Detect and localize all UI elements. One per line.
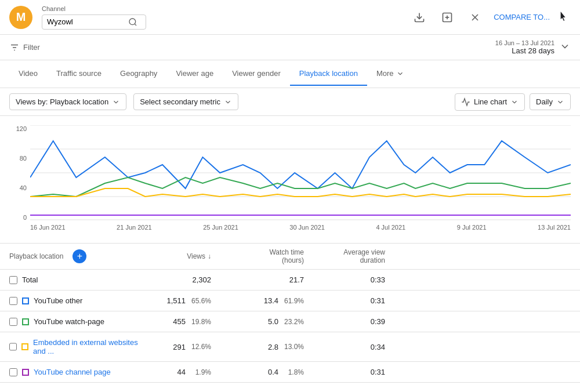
x-label-2: 25 Jun 2021 — [203, 224, 238, 231]
total-views: 2,302 — [151, 270, 220, 291]
tab-viewer-gender[interactable]: Viewer gender — [223, 62, 290, 86]
x-label-6: 13 Jul 2021 — [538, 224, 571, 231]
primary-metric-chevron — [112, 98, 120, 106]
yt-watch-watch-time: 5.0 23.2% — [220, 311, 313, 332]
yt-other-empty — [394, 291, 580, 311]
data-table: Playback location + Views ↓ Watch time(h… — [0, 244, 580, 383]
tab-video[interactable]: Video — [9, 62, 47, 86]
total-watch-time: 21.7 — [220, 270, 313, 291]
color-indicator-blue — [22, 297, 29, 304]
yt-watch-empty — [394, 311, 580, 332]
y-label-0: 0 — [23, 214, 27, 221]
yt-channel-avg: 0:31 — [313, 362, 394, 383]
svg-line-1 — [135, 24, 136, 26]
embedded-views: 291 12.6% — [151, 332, 220, 362]
tab-geography[interactable]: Geography — [111, 62, 166, 86]
table-row: YouTube other 1,511 65.6% 13.4 61.9% 0:3… — [0, 291, 580, 311]
download-button[interactable] — [410, 8, 429, 27]
x-axis: 16 Jun 2021 21 Jun 2021 25 Jun 2021 30 J… — [30, 224, 571, 231]
color-indicator-green — [22, 318, 29, 325]
channel-search-input[interactable] — [47, 17, 128, 26]
col-header-location: Playback location + — [0, 244, 151, 270]
tabs-bar: Video Traffic source Geography Viewer ag… — [0, 60, 580, 88]
row-label-yt-watch: YouTube watch-page — [0, 311, 151, 332]
x-label-5: 9 Jul 2021 — [457, 224, 487, 231]
header: M Channel COMPARE TO... — [0, 0, 580, 35]
controls-bar: Views by: Playback location Select secon… — [0, 88, 580, 116]
primary-metric-dropdown[interactable]: Views by: Playback location — [9, 93, 126, 110]
tab-viewer-age[interactable]: Viewer age — [166, 62, 223, 86]
flag-button[interactable] — [438, 8, 456, 27]
date-section: 16 Jun – 13 Jul 2021 Last 28 days — [495, 39, 571, 55]
total-label: Total — [0, 270, 151, 291]
compare-to-button[interactable]: COMPARE TO... — [494, 13, 550, 21]
tab-traffic-source[interactable]: Traffic source — [47, 62, 111, 86]
total-checkbox[interactable] — [9, 276, 17, 284]
yt-channel-empty — [394, 362, 580, 383]
yt-other-views: 1,511 65.6% — [151, 291, 220, 311]
x-label-4: 4 Jul 2021 — [376, 224, 405, 231]
date-range: 16 Jun – 13 Jul 2021 — [495, 39, 554, 46]
views-col-label: Views — [187, 252, 205, 260]
filter-control[interactable]: Filter — [9, 42, 40, 53]
channel-search-box — [42, 14, 146, 30]
line-chart-icon — [461, 97, 470, 107]
total-row: Total 2,302 21.7 0:33 — [0, 270, 580, 291]
sort-arrow: ↓ — [208, 252, 211, 260]
yt-other-label: YouTube other — [34, 296, 82, 305]
chart-svg — [30, 125, 571, 221]
date-dropdown-icon[interactable] — [559, 41, 571, 54]
total-row-label: Total — [22, 275, 38, 284]
y-label-120: 120 — [16, 125, 27, 132]
secondary-metric-chevron — [224, 98, 232, 106]
yt-channel-watch-time: 0.4 1.8% — [220, 362, 313, 383]
embedded-avg: 0:34 — [313, 332, 394, 362]
yt-channel-link[interactable]: YouTube channel page — [34, 368, 111, 376]
filter-bar: Filter 16 Jun – 13 Jul 2021 Last 28 days — [0, 35, 580, 60]
search-icon — [128, 17, 137, 27]
total-empty — [394, 270, 580, 291]
yt-other-checkbox[interactable] — [9, 297, 17, 305]
row-label-yt-other: YouTube other — [0, 291, 151, 311]
embedded-watch-time: 2.8 13.0% — [220, 332, 313, 362]
y-label-80: 80 — [20, 155, 27, 162]
row-label-embedded: Embedded in external websites and ... — [0, 332, 151, 362]
x-label-0: 16 Jun 2021 — [30, 224, 66, 231]
col-header-watch-time: Watch time(hours) — [220, 244, 313, 270]
color-indicator-orange — [21, 343, 28, 350]
chart-type-dropdown[interactable]: Line chart — [455, 93, 525, 111]
embedded-checkbox[interactable] — [9, 343, 17, 351]
svg-point-0 — [129, 19, 136, 25]
chart-type-label: Line chart — [474, 97, 507, 106]
chart-controls: Line chart Daily — [455, 93, 571, 111]
row-label-yt-channel: YouTube channel page — [0, 362, 151, 383]
table-row: Embedded in external websites and ... 29… — [0, 332, 580, 362]
chart-plot: 16 Jun 2021 21 Jun 2021 25 Jun 2021 30 J… — [30, 125, 571, 233]
secondary-metric-dropdown[interactable]: Select secondary metric — [133, 93, 238, 110]
primary-metric-label: Views by: Playback location — [16, 97, 108, 106]
date-info: 16 Jun – 13 Jul 2021 Last 28 days — [495, 39, 554, 55]
granularity-chevron — [556, 98, 564, 106]
granularity-dropdown[interactable]: Daily — [530, 93, 571, 110]
table-section: Playback location + Views ↓ Watch time(h… — [0, 244, 580, 383]
add-metric-button[interactable]: + — [72, 249, 86, 263]
date-period: Last 28 days — [495, 46, 554, 55]
table-row: YouTube watch-page 455 19.8% 5.0 23.2% 0… — [0, 311, 580, 332]
yt-watch-avg: 0:39 — [313, 311, 394, 332]
chart-container: 120 80 40 0 — [9, 125, 571, 233]
x-label-3: 30 Jun 2021 — [289, 224, 325, 231]
color-indicator-purple — [22, 369, 29, 376]
close-button[interactable] — [466, 8, 484, 27]
orange-line — [30, 188, 571, 197]
cursor-icon — [559, 12, 571, 23]
yt-channel-checkbox[interactable] — [9, 368, 17, 376]
yt-watch-checkbox[interactable] — [9, 318, 17, 326]
tab-more[interactable]: More — [367, 62, 414, 86]
y-label-40: 40 — [20, 184, 27, 191]
yt-channel-views: 44 1.9% — [151, 362, 220, 383]
tab-playback-location[interactable]: Playback location — [290, 62, 367, 86]
yt-other-watch-time: 13.4 61.9% — [220, 291, 313, 311]
header-actions: COMPARE TO... — [410, 8, 571, 27]
y-axis: 120 80 40 0 — [9, 125, 30, 233]
embedded-link[interactable]: Embedded in external websites and ... — [33, 338, 142, 355]
